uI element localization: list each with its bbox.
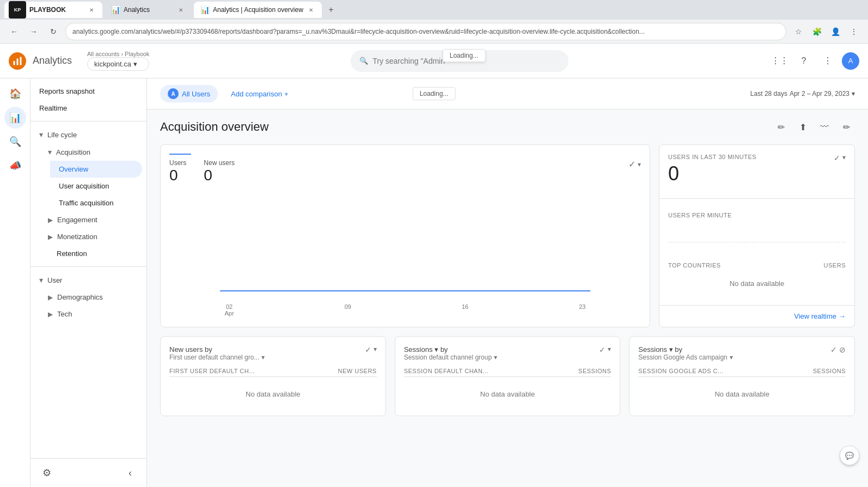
page-title: Acquisition overview [160, 120, 268, 134]
bottom-card-1-dropdown[interactable]: ▾ [261, 354, 265, 361]
address-bar[interactable]: analytics.google.com/analytics/web/#/p37… [65, 23, 786, 40]
analytics1-tab-close[interactable]: ✕ [176, 5, 185, 14]
bc3-check-icon: ✓ [830, 345, 837, 354]
bc3-no-data: No data available [638, 381, 846, 407]
engagement-section: ▶ Engagement [30, 211, 146, 228]
trending-icon[interactable]: 〰 [816, 118, 833, 136]
bottom-card-2-titles: Sessions ▾ by Session default channel gr… [404, 345, 497, 361]
tab-analytics1[interactable]: 📊 Analytics ✕ [105, 2, 192, 18]
bookmark-icon[interactable]: ☆ [791, 24, 806, 39]
sidebar: Reports snapshot Realtime ▾ Life cycle ▾… [30, 78, 147, 487]
view-realtime-link[interactable]: View realtime → [659, 305, 854, 327]
new-tab-button[interactable]: + [324, 3, 338, 17]
bottom-cards-row: New users by First user default channel … [147, 336, 868, 425]
more-icon[interactable]: ⋮ [846, 24, 861, 39]
top-countries-no-data: No data available [668, 271, 846, 296]
account-label: All accounts › Playbook [87, 51, 149, 57]
reload-button[interactable]: ↻ [46, 24, 61, 39]
lifecycle-section-header[interactable]: ▾ Life cycle [30, 126, 146, 143]
retention-label: Retention [57, 249, 87, 258]
grid-icon[interactable]: ⋮⋮ [770, 51, 790, 71]
bc2-dropdown-icon[interactable]: ▾ [608, 345, 611, 354]
home-nav-icon[interactable]: 🏠 [4, 83, 26, 105]
demographics-section: ▶ Demographics [30, 289, 146, 306]
bottom-card-3-title: Sessions ▾ by [638, 345, 732, 354]
chart-container: 02 Apr 09 16 23 [161, 199, 650, 319]
profile-icon[interactable]: 👤 [828, 24, 843, 39]
main-layout: 🏠 📊 🔍 📣 Reports snapshot Realtime ▾ Life… [0, 78, 868, 487]
date-range[interactable]: Last 28 days Apr 2 – Apr 29, 2023 ▾ [750, 90, 855, 98]
bc1-dropdown-icon[interactable]: ▾ [374, 345, 377, 354]
back-button[interactable]: ← [7, 24, 22, 39]
account-name: kickpoint.ca [94, 60, 131, 68]
bc2-check-icon: ✓ [599, 345, 606, 354]
bc1-col2-label: NEW USERS [338, 368, 377, 374]
sidebar-item-reports-snapshot[interactable]: Reports snapshot [30, 83, 142, 100]
tab-analytics2[interactable]: 📊 Analytics | Acquisition overview ✕ [194, 2, 322, 18]
tech-header[interactable]: ▶ Tech [39, 306, 146, 322]
lifecycle-label: Life cycle [47, 131, 77, 139]
kickpoint-tab-close[interactable]: ✕ [87, 5, 96, 14]
bottom-card-google-ads: Sessions ▾ by Session Google Ads campaig… [629, 336, 855, 416]
monetization-header[interactable]: ▶ Monetization [39, 228, 146, 245]
tech-chevron: ▶ [48, 311, 53, 318]
bc2-col1-label: SESSION DEFAULT CHAN... [404, 368, 488, 374]
content-filter-bar: A All Users Add comparison + Last 28 day… [147, 78, 868, 109]
more-options-icon[interactable]: ⋮ [818, 51, 838, 71]
sidebar-item-traffic-acquisition[interactable]: Traffic acquisition [50, 194, 142, 211]
view-realtime-label: View realtime [794, 312, 836, 320]
extensions-icon[interactable]: 🧩 [809, 24, 824, 39]
sidebar-item-retention[interactable]: Retention [48, 245, 142, 262]
svg-rect-2 [20, 57, 22, 65]
user-label: User [47, 276, 62, 284]
advertising-nav-icon[interactable]: 📣 [4, 155, 26, 176]
traffic-acquisition-label: Traffic acquisition [59, 199, 113, 207]
bottom-card-3-subtitle[interactable]: Session Google Ads campaign ▾ [638, 354, 732, 361]
bottom-card-1-subtitle[interactable]: First user default channel gro... ▾ [169, 354, 265, 361]
help-icon[interactable]: ? [794, 51, 814, 71]
settings-button[interactable]: ⚙ [37, 463, 57, 483]
chat-bubble[interactable]: 💬 [840, 446, 859, 465]
bc3-filter-icon[interactable]: ⊘ [839, 345, 846, 354]
account-selector[interactable]: kickpoint.ca ▾ [87, 57, 149, 71]
side-dropdown-icon[interactable]: ▾ [842, 154, 846, 162]
pencil-icon[interactable]: ✏ [838, 118, 855, 136]
chart-label-23: 23 [579, 303, 585, 316]
browser-toolbar: ← → ↻ analytics.google.com/analytics/web… [0, 20, 868, 44]
chart-label-16: 16 [462, 303, 468, 316]
sidebar-item-overview[interactable]: Overview [50, 161, 142, 178]
bottom-card-2-subtitle[interactable]: Session default channel group ▾ [404, 354, 497, 361]
date-range-value: Apr 2 – Apr 29, 2023 [790, 90, 849, 98]
all-users-chip[interactable]: A All Users [160, 85, 218, 102]
dropdown-icon[interactable]: ▾ [638, 161, 641, 168]
bottom-card-2-dropdown[interactable]: ▾ [494, 354, 497, 361]
engagement-header[interactable]: ▶ Engagement [39, 211, 146, 228]
share-icon[interactable]: ⬆ [794, 118, 811, 136]
users-last-30-value: 0 [668, 162, 846, 185]
collapse-sidebar-button[interactable]: ‹ [120, 463, 140, 483]
metrics-row: Users 0 New users 0 ✓ ▾ [169, 159, 641, 191]
analytics2-tab-close[interactable]: ✕ [307, 5, 315, 14]
user-avatar[interactable]: A [842, 52, 859, 70]
sidebar-item-user-acquisition[interactable]: User acquisition [50, 178, 142, 194]
tech-label: Tech [57, 310, 72, 318]
user-section-header[interactable]: ▾ User [30, 271, 146, 289]
reports-nav-icon[interactable]: 📊 [4, 107, 26, 129]
card-controls: ✓ ▾ [628, 159, 641, 169]
edit-icon[interactable]: ✏ [772, 118, 790, 136]
acquisition-header[interactable]: ▾ Acquisition [39, 143, 146, 161]
tab-kickpoint[interactable]: KP PLAYBOOK ✕ [4, 2, 102, 18]
retention-section: Retention [30, 245, 146, 262]
forward-button[interactable]: → [26, 24, 41, 39]
demographics-header[interactable]: ▶ Demographics [39, 289, 146, 306]
metric-users-label: Users [169, 159, 186, 167]
add-comparison-button[interactable]: Add comparison + [224, 87, 295, 101]
sidebar-item-realtime[interactable]: Realtime [30, 100, 142, 117]
explore-nav-icon[interactable]: 🔍 [4, 131, 26, 153]
svg-rect-0 [14, 61, 15, 65]
acquisition-collapse-icon: ▾ [48, 148, 52, 156]
header-icons: ⋮⋮ ? ⋮ A [770, 51, 859, 71]
bottom-card-3-dropdown[interactable]: ▾ [730, 354, 733, 361]
reports-snapshot-label: Reports snapshot [39, 87, 95, 95]
metric-users: Users 0 [169, 159, 186, 184]
